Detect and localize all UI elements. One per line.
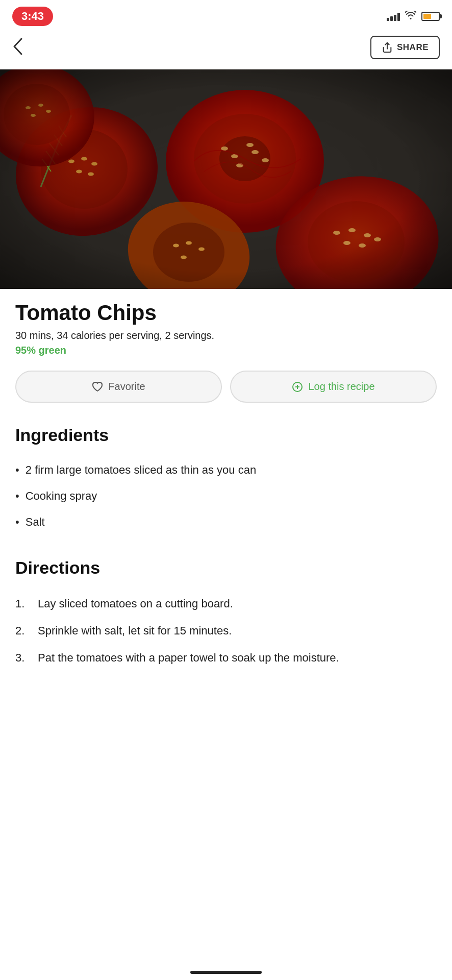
back-button[interactable] bbox=[12, 37, 23, 58]
share-icon bbox=[382, 42, 393, 53]
table-row: 1. Lay sliced tomatoes on a cutting boar… bbox=[15, 590, 437, 617]
content-area: Tomato Chips 30 mins, 34 calories per se… bbox=[0, 289, 452, 712]
log-recipe-button[interactable]: Log this recipe bbox=[230, 371, 437, 403]
share-label: SHARE bbox=[397, 42, 429, 53]
action-buttons: Favorite Log this recipe bbox=[15, 371, 437, 403]
bullet: • bbox=[15, 462, 19, 478]
status-time: 3:43 bbox=[12, 7, 53, 26]
plus-circle-icon bbox=[292, 381, 303, 393]
ingredients-section: Ingredients • 2 firm large tomatoes slic… bbox=[15, 425, 437, 535]
svg-rect-39 bbox=[0, 69, 452, 289]
recipe-meta: 30 mins, 34 calories per serving, 2 serv… bbox=[15, 330, 437, 341]
nav-bar: SHARE bbox=[0, 31, 452, 69]
green-badge: 95% green bbox=[15, 345, 437, 356]
ingredients-title: Ingredients bbox=[15, 425, 437, 445]
table-row: 2. Sprinkle with salt, let sit for 15 mi… bbox=[15, 617, 437, 644]
directions-list: 1. Lay sliced tomatoes on a cutting boar… bbox=[15, 590, 437, 671]
table-row: 3. Pat the tomatoes with a paper towel t… bbox=[15, 644, 437, 671]
status-icons bbox=[387, 11, 440, 22]
wifi-icon bbox=[405, 11, 416, 22]
status-bar: 3:43 bbox=[0, 0, 452, 31]
list-item: • 2 firm large tomatoes sliced as thin a… bbox=[15, 457, 437, 483]
bullet: • bbox=[15, 488, 19, 504]
list-item: • Cooking spray bbox=[15, 483, 437, 509]
favorite-button[interactable]: Favorite bbox=[15, 371, 222, 403]
hero-image bbox=[0, 69, 452, 289]
ingredients-list: • 2 firm large tomatoes sliced as thin a… bbox=[15, 457, 437, 535]
list-item: • Salt bbox=[15, 509, 437, 535]
directions-section: Directions 1. Lay sliced tomatoes on a c… bbox=[15, 558, 437, 671]
share-button[interactable]: SHARE bbox=[370, 36, 440, 59]
home-indicator bbox=[190, 971, 262, 974]
recipe-title: Tomato Chips bbox=[15, 301, 437, 325]
bullet: • bbox=[15, 514, 19, 530]
heart-icon bbox=[92, 382, 103, 392]
directions-title: Directions bbox=[15, 558, 437, 578]
battery-icon bbox=[421, 12, 440, 21]
signal-icon bbox=[387, 12, 400, 21]
